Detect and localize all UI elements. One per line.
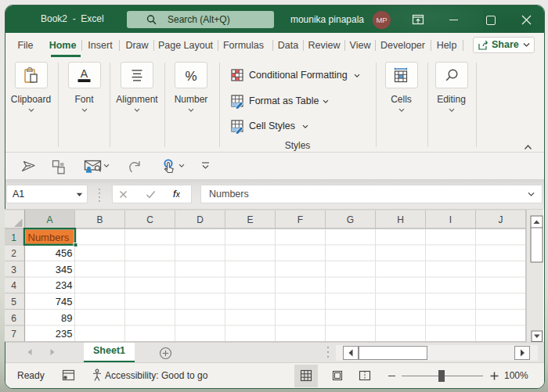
svg-text:D: D (196, 214, 204, 225)
svg-text:Numbers: Numbers (28, 232, 70, 243)
svg-text:A: A (46, 214, 52, 225)
svg-text:234: 234 (56, 279, 73, 291)
svg-text:235: 235 (56, 328, 73, 340)
svg-text:A: A (81, 67, 88, 80)
svg-text:J: J (499, 214, 503, 225)
svg-text:89: 89 (61, 312, 72, 324)
svg-text:345: 345 (56, 264, 73, 275)
svg-text:2: 2 (11, 248, 16, 259)
svg-text:745: 745 (56, 296, 73, 307)
svg-text:B: B (96, 214, 103, 225)
svg-text:I: I (449, 214, 452, 225)
svg-text:3: 3 (11, 264, 16, 275)
svg-text:7: 7 (11, 329, 16, 340)
svg-text:G: G (347, 214, 354, 225)
svg-text:6: 6 (11, 313, 16, 324)
svg-text:%: % (185, 69, 196, 84)
svg-text:F: F (297, 214, 303, 225)
svg-text:4: 4 (11, 280, 16, 291)
svg-text:H: H (397, 214, 404, 225)
svg-text:E: E (247, 214, 253, 225)
svg-text:5: 5 (11, 297, 16, 307)
svg-text:456: 456 (56, 247, 73, 259)
svg-text:C: C (146, 214, 153, 225)
svg-text:1: 1 (11, 232, 16, 243)
